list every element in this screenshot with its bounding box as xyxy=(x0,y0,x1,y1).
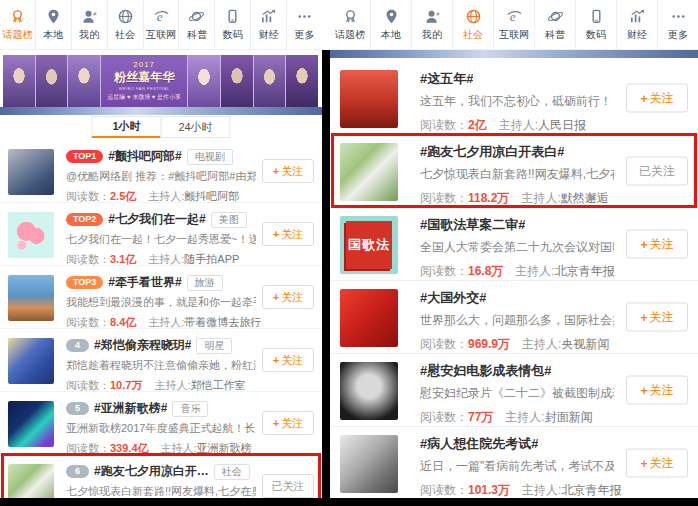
plus-icon: + xyxy=(640,310,647,324)
nav-item-local[interactable]: 本地 xyxy=(371,0,412,49)
medal-icon xyxy=(342,8,359,25)
rank-badge: TOP3 xyxy=(66,276,103,289)
followed-button[interactable]: 已关注 xyxy=(626,157,688,186)
thumbnail[interactable] xyxy=(8,212,54,258)
nav-item-local[interactable]: 本地 xyxy=(36,0,72,49)
nav-label: 财经 xyxy=(627,28,647,42)
celebrity-photo xyxy=(221,55,253,107)
phone-icon xyxy=(224,8,241,25)
host-label: 主持人: xyxy=(505,410,544,424)
topic-title[interactable]: #跑友七夕用凉白开表白# xyxy=(420,143,564,161)
globe-icon xyxy=(117,8,134,25)
follow-button[interactable]: +关注 xyxy=(262,285,314,309)
topic-row[interactable]: TOP1 #颤抖吧阿部# 电视剧 @优酷网络剧 推荐：#颤抖吧阿部#由郑业成、安… xyxy=(0,140,322,203)
thumbnail[interactable] xyxy=(8,338,54,384)
topic-row[interactable]: 国歌法 #国歌法草案二审# 全国人大常委会第二十九次会议对国歌法二审。草案二审稿… xyxy=(330,208,698,281)
topic-title[interactable]: #牵手看世界# xyxy=(108,274,181,291)
thumbnail[interactable] xyxy=(8,275,54,321)
nav-item-internet[interactable]: e 互联网 xyxy=(144,0,180,49)
banner-year: 2017 xyxy=(133,60,155,69)
topic-title[interactable]: #这五年# xyxy=(420,70,473,88)
follow-button[interactable]: +关注 xyxy=(262,159,314,183)
topic-title[interactable]: #郑恺偷亲程晓玥# xyxy=(94,337,191,354)
host-label: 主持人: xyxy=(148,316,184,328)
plus-icon: + xyxy=(273,354,279,366)
follow-button[interactable]: +关注 xyxy=(626,230,688,259)
follow-button[interactable]: +关注 xyxy=(626,84,688,113)
host-label: 主持人: xyxy=(499,118,538,132)
topic-title[interactable]: #慰安妇电影成表情包# xyxy=(420,362,551,380)
topic-row[interactable]: 5 #亚洲新歌榜# 音乐 亚洲新歌榜2017年度盛典正式起航！长安福特福克斯邀你… xyxy=(0,392,322,455)
topic-row[interactable]: TOP2 #七夕我们在一起# 美图 七夕我们在一起！七夕一起秀恩爱~！送你各种虐… xyxy=(0,203,322,266)
thumbnail[interactable]: 国歌法 xyxy=(340,216,398,274)
topic-row[interactable]: #大国外交# 世界那么大，问题那么多，国际社会期待看到中国方案，听到中国声音！5… xyxy=(330,281,698,354)
topic-title[interactable]: #亚洲新歌榜# xyxy=(94,400,167,417)
topic-row[interactable]: #慰安妇电影成表情包# 慰安妇纪录片《二十二》被截图制成表情包，并配文：无语凝噎… xyxy=(330,354,698,427)
reads-label: 阅读数： xyxy=(420,483,468,497)
topic-tag[interactable]: 社会 xyxy=(214,464,250,480)
thumbnail[interactable] xyxy=(340,289,398,347)
topic-tag[interactable]: 旅游 xyxy=(187,275,223,291)
follow-button[interactable]: +关注 xyxy=(262,348,314,372)
topic-tag[interactable]: 美图 xyxy=(211,212,247,228)
tab-1-hour[interactable]: 1小时 xyxy=(92,116,162,138)
topic-title[interactable]: #颤抖吧阿部# xyxy=(108,148,181,165)
thumbnail-book-text: 国歌法 xyxy=(346,221,391,270)
topic-row-highlighted[interactable]: #跑友七夕用凉白开表白# 七夕惊现表白新套路!!网友爆料,七夕在奥体森林公园,一… xyxy=(330,135,698,208)
nav-label: 互联网 xyxy=(499,28,529,42)
follow-button[interactable]: +关注 xyxy=(262,222,314,246)
nav-item-digital[interactable]: 数码 xyxy=(215,0,251,49)
nav-item-topic-rank[interactable]: 话题榜 xyxy=(330,0,371,49)
nav-item-more[interactable]: 更多 xyxy=(287,0,322,49)
host-value: 默然邂逅 xyxy=(561,191,609,205)
topic-tag[interactable]: 电视剧 xyxy=(187,149,233,165)
follow-button[interactable]: +关注 xyxy=(262,411,314,435)
nav-item-mine[interactable]: # 我的 xyxy=(72,0,108,49)
nav-item-digital[interactable]: 数码 xyxy=(576,0,617,49)
thumbnail[interactable] xyxy=(340,143,398,201)
nav-item-topic-rank[interactable]: 话题榜 xyxy=(0,0,36,49)
rank-badge: TOP1 xyxy=(66,150,103,163)
topic-title[interactable]: #大国外交# xyxy=(420,289,486,307)
reads-label: 阅读数： xyxy=(66,379,110,391)
topic-row[interactable]: #这五年# 这五年，我们不忘初心，砥砺前行！ 阅读数：2亿主持人:人民日报 +关… xyxy=(330,62,698,135)
topic-title[interactable]: #跑友七夕用凉白开… xyxy=(94,463,209,480)
follow-button[interactable]: +关注 xyxy=(626,303,688,332)
follow-button[interactable]: +关注 xyxy=(626,376,688,405)
nav-item-finance[interactable]: 财经 xyxy=(617,0,658,49)
plus-icon: + xyxy=(640,91,647,105)
fan-festival-banner[interactable]: 2017 粉丝嘉年华 WEIBO FAN FESTIVAL 追星嘛 ♥ 来微博 … xyxy=(3,55,318,107)
nav-item-society[interactable]: 社会 xyxy=(453,0,494,49)
nav-item-science[interactable]: 科普 xyxy=(535,0,576,49)
host-value: 亚洲新歌榜 xyxy=(197,442,252,454)
reads-value: 2亿 xyxy=(468,118,487,132)
topic-tag[interactable]: 音乐 xyxy=(172,401,208,417)
nav-item-finance[interactable]: 财经 xyxy=(251,0,287,49)
nav-item-society[interactable]: 社会 xyxy=(108,0,144,49)
banner-logo: 2017 粉丝嘉年华 WEIBO FAN FESTIVAL 追星嘛 ♥ 来微博 … xyxy=(101,55,187,107)
tab-24-hour[interactable]: 24小时 xyxy=(161,116,231,138)
nav-item-mine[interactable]: # 我的 xyxy=(412,0,453,49)
topic-row[interactable]: TOP3 #牵手看世界# 旅游 我能想到最浪漫的事，就是和你一起牵手环游世界！分… xyxy=(0,266,322,329)
topic-title[interactable]: #七夕我们在一起# xyxy=(108,211,205,228)
rank-badge: 5 xyxy=(66,402,89,415)
topic-desc: @优酷网络剧 推荐：#颤抖吧阿部#由郑业成、安悦溪主演，改编自疯丢子… xyxy=(66,169,256,184)
thumbnail[interactable] xyxy=(8,149,54,195)
thumbnail[interactable] xyxy=(8,401,54,447)
nav-label: 数码 xyxy=(586,28,606,42)
nav-item-science[interactable]: 科普 xyxy=(179,0,215,49)
topic-title[interactable]: #病人想住院先考试# xyxy=(420,435,538,453)
topic-title[interactable]: #国歌法草案二审# xyxy=(420,216,525,234)
thumbnail[interactable] xyxy=(340,435,398,493)
globe-icon xyxy=(465,8,482,25)
host-value: 北京青年报 xyxy=(561,483,621,497)
nav-item-more[interactable]: 更多 xyxy=(658,0,698,49)
topic-row[interactable]: #病人想住院先考试# 近日，一篇"看病前先考试，考试不及格不给看病"的文章把山西… xyxy=(330,427,698,500)
thumbnail[interactable] xyxy=(340,362,398,420)
topic-row[interactable]: 4 #郑恺偷亲程晓玥# 明星 郑恺趁着程晓玥不注意偷偷亲她，粉红满满，喜欢《奔跑… xyxy=(0,329,322,392)
thumbnail[interactable] xyxy=(340,70,398,128)
nav-item-internet[interactable]: e 互联网 xyxy=(494,0,535,49)
followed-button[interactable]: 已关注 xyxy=(262,474,314,498)
follow-button[interactable]: +关注 xyxy=(626,449,688,478)
topic-tag[interactable]: 明星 xyxy=(196,338,232,354)
